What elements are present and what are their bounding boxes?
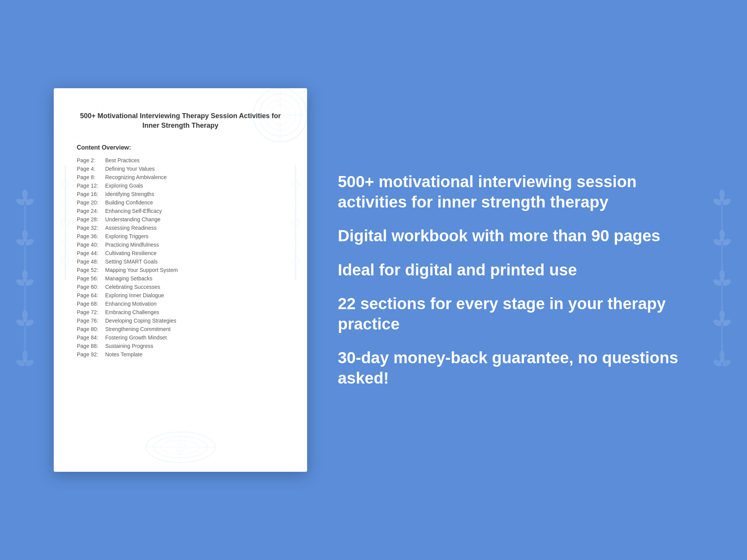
toc-label: Fostering Growth Mindset — [105, 334, 167, 341]
toc-page-number: Page 64: — [77, 292, 104, 298]
doc-corner-decoration-tl — [54, 88, 107, 152]
toc-label: Exploring Inner Dialogue — [105, 292, 164, 298]
toc-label: Defining Your Values — [105, 166, 155, 172]
toc-item: Page 92:Notes Template — [77, 351, 284, 357]
toc-label: Enhancing Motivation — [105, 301, 157, 307]
toc-page-number: Page 60: — [77, 284, 104, 290]
svg-rect-7 — [24, 205, 26, 232]
toc-label: Identifying Strengths — [105, 191, 154, 197]
toc-label: Practicing Mindfulness — [105, 242, 159, 248]
svg-rect-15 — [24, 245, 26, 272]
doc-side-decoration — [288, 165, 303, 282]
toc-item: Page 80:Strengthening Commitment — [77, 326, 284, 332]
toc-item: Page 64:Exploring Inner Dialogue — [77, 292, 284, 298]
toc-page-number: Page 72: — [77, 309, 104, 315]
toc-page-number: Page 12: — [77, 183, 104, 189]
doc-corner-decoration-tr — [250, 88, 307, 147]
svg-point-22 — [23, 278, 27, 282]
toc-item: Page 20:Building Confidence — [77, 199, 284, 206]
toc-item: Page 24:Enhancing Self-Efficacy — [77, 208, 284, 214]
svg-rect-98 — [64, 165, 66, 280]
svg-rect-59 — [721, 285, 723, 312]
svg-point-71 — [720, 358, 724, 363]
svg-point-58 — [720, 278, 724, 282]
feature-text-1: Digital workbook with more than 90 pages — [338, 226, 693, 246]
svg-point-14 — [23, 237, 27, 242]
toc-item: Page 40:Practicing Mindfulness — [77, 242, 284, 248]
toc-label: Enhancing Self-Efficacy — [105, 208, 162, 214]
svg-rect-92 — [295, 165, 296, 280]
toc-list: Page 2:Best PracticesPage 4:Defining You… — [77, 157, 284, 357]
feature-text-0: 500+ motivational interviewing session a… — [338, 172, 693, 212]
toc-item: Page 36:Exploring Triggers — [77, 233, 284, 239]
doc-side-decoration-left — [58, 165, 73, 282]
toc-page-number: Page 36: — [77, 233, 104, 239]
toc-label: Sustaining Progress — [105, 343, 153, 349]
toc-item: Page 60:Celebrating Successes — [77, 284, 284, 290]
toc-item: Page 84:Fostering Growth Mindset — [77, 334, 284, 341]
toc-page-number: Page 40: — [77, 242, 104, 248]
toc-item: Page 4:Defining Your Values — [77, 166, 284, 172]
toc-page-number: Page 4: — [77, 166, 104, 172]
toc-item: Page 68:Enhancing Motivation — [77, 301, 284, 307]
main-container: 500+ Motivational Interviewing Therapy S… — [0, 0, 747, 560]
svg-rect-43 — [721, 205, 723, 232]
toc-label: Strengthening Commitment — [105, 326, 170, 332]
toc-label: Celebrating Successes — [105, 284, 160, 290]
toc-label: Embracing Challenges — [105, 309, 159, 315]
svg-point-6 — [23, 197, 27, 202]
toc-item: Page 2:Best Practices — [77, 157, 284, 163]
toc-label: Exploring Triggers — [105, 233, 149, 239]
toc-page-number: Page 24: — [77, 208, 104, 214]
toc-page-number: Page 16: — [77, 191, 104, 197]
toc-item: Page 48:Setting SMART Goals — [77, 259, 284, 265]
right-content: 500+ motivational interviewing session a… — [338, 172, 716, 388]
toc-item: Page 56:Managing Setbacks — [77, 275, 284, 282]
toc-page-number: Page 48: — [77, 259, 104, 265]
toc-label: Assessing Readiness — [105, 225, 157, 231]
toc-item: Page 72:Embracing Challenges — [77, 309, 284, 315]
toc-item: Page 28:Understanding Change — [77, 216, 284, 222]
toc-item: Page 52:Mapping Your Support System — [77, 267, 284, 273]
toc-label: Recognizing Ambivalence — [105, 174, 167, 180]
toc-label: Notes Template — [105, 351, 142, 357]
toc-page-number: Page 8: — [77, 174, 104, 180]
toc-item: Page 76:Developing Coping Strategies — [77, 318, 284, 324]
toc-label: Developing Coping Strategies — [105, 318, 176, 324]
toc-page-number: Page 44: — [77, 250, 104, 256]
toc-page-number: Page 32: — [77, 225, 104, 231]
svg-rect-23 — [24, 285, 26, 312]
svg-point-50 — [720, 237, 724, 242]
svg-point-66 — [720, 318, 724, 323]
toc-label: Mapping Your Support System — [105, 267, 178, 273]
toc-item: Page 32:Assessing Readiness — [77, 225, 284, 231]
toc-page-number: Page 84: — [77, 334, 104, 341]
toc-page-number: Page 2: — [77, 157, 104, 163]
svg-point-35 — [23, 358, 27, 363]
toc-label: Exploring Goals — [105, 183, 143, 189]
doc-bottom-watermark — [142, 428, 219, 468]
svg-point-30 — [23, 318, 27, 323]
toc-item: Page 12:Exploring Goals — [77, 183, 284, 189]
svg-rect-31 — [24, 326, 26, 352]
svg-point-42 — [720, 197, 724, 202]
toc-item: Page 44:Cultivating Resilience — [77, 250, 284, 256]
svg-rect-67 — [721, 326, 723, 352]
svg-point-39 — [719, 189, 725, 198]
toc-page-number: Page 52: — [77, 267, 104, 273]
toc-label: Managing Setbacks — [105, 275, 152, 282]
floral-decoration-left — [4, 0, 46, 560]
toc-item: Page 88:Sustaining Progress — [77, 343, 284, 349]
floral-decoration-right — [701, 0, 743, 560]
svg-point-3 — [22, 189, 28, 198]
toc-page-number: Page 76: — [77, 318, 104, 324]
feature-text-2: Ideal for digital and printed use — [338, 260, 693, 280]
feature-text-4: 30-day money-back guarantee, no question… — [338, 348, 693, 388]
toc-page-number: Page 88: — [77, 343, 104, 349]
document-card: 500+ Motivational Interviewing Therapy S… — [54, 88, 307, 472]
toc-label: Cultivating Resilience — [105, 250, 157, 256]
toc-page-number: Page 92: — [77, 351, 104, 357]
toc-item: Page 16:Identifying Strengths — [77, 191, 284, 197]
feature-text-3: 22 sections for every stage in your ther… — [338, 294, 693, 334]
toc-label: Building Confidence — [105, 199, 153, 206]
